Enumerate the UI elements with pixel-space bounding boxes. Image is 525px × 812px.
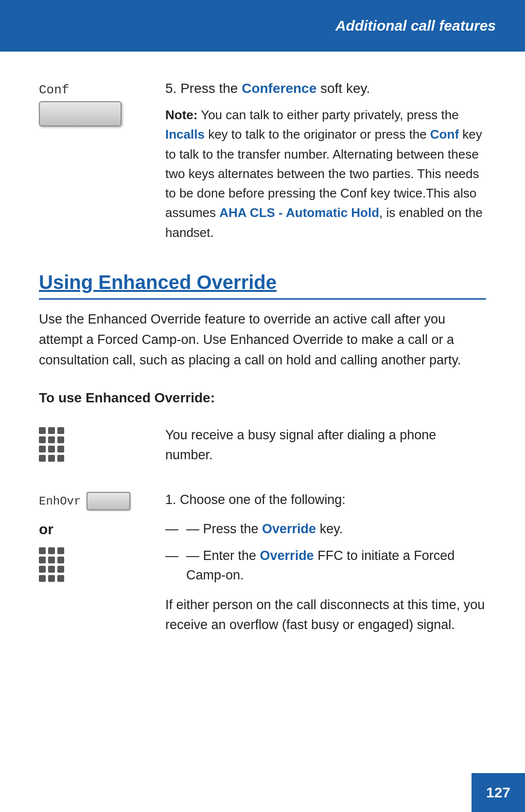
keypad-dot — [57, 547, 64, 554]
note-mid1: key to talk to the originator or press t… — [205, 127, 430, 142]
step5-note: Note: You can talk to either party priva… — [165, 105, 486, 242]
keypad-dot — [57, 436, 64, 443]
conf-label: Conf — [39, 83, 69, 97]
keypad-dot — [39, 427, 46, 434]
keypad-dot — [48, 557, 55, 563]
header-title: Additional call features — [335, 18, 496, 34]
choose-text: 1. Choose one of the following: — [165, 490, 486, 510]
keypad-dot — [48, 446, 55, 452]
keypad-dot — [39, 455, 46, 462]
step5-right-col: 5. Press the Conference soft key. Note: … — [165, 81, 486, 242]
bullet1-prefix: — Press the — [186, 522, 262, 536]
keypad-dot — [57, 455, 64, 462]
main-content: Conf 5. Press the Conference soft key. N… — [0, 52, 525, 699]
step5-text: 5. Press the Conference soft key. — [165, 81, 486, 96]
note-bold: Note: — [165, 108, 197, 122]
keypad-dot — [48, 547, 55, 554]
keypad-dot — [57, 575, 64, 582]
step5-section: Conf 5. Press the Conference soft key. N… — [39, 81, 486, 242]
incalls-link: Incalls — [165, 127, 205, 142]
page-number-block: 127 — [472, 773, 525, 812]
conf-soft-key-button[interactable] — [39, 101, 122, 126]
keypad-dot — [39, 557, 46, 563]
enhovr-button[interactable] — [87, 492, 130, 510]
dash-1: — — [165, 519, 178, 539]
keypad-dot — [48, 427, 55, 434]
busy-signal-label: You receive a busy signal after dialing … — [165, 428, 436, 463]
keypad-left — [39, 425, 165, 462]
enhovr-label: EnhOvr — [39, 495, 81, 508]
note-body: You can talk to either party privately, … — [197, 108, 458, 122]
overflow-text: If either person on the call disconnects… — [165, 595, 486, 636]
step5-left-col: Conf — [39, 81, 165, 126]
enhovr-row: EnhOvr — [39, 492, 130, 510]
header-bar: Additional call features — [0, 0, 525, 52]
keypad-dot — [39, 436, 46, 443]
override-link-2: Override — [260, 548, 314, 563]
busy-signal-text: You receive a busy signal after dialing … — [165, 425, 486, 466]
conf-link: Conf — [430, 127, 459, 142]
keypad-dot — [39, 446, 46, 452]
step5-prefix: 5. Press the — [165, 81, 242, 96]
keypad-dot — [39, 547, 46, 554]
section-heading: Using Enhanced Override — [39, 271, 486, 300]
bullet1-suffix: key. — [316, 522, 343, 536]
conference-link: Conference — [242, 81, 316, 96]
keypad-dot — [57, 566, 64, 573]
bullet-1: — — Press the Override key. — [165, 519, 486, 539]
keypad-dot — [48, 436, 55, 443]
dash-2: — — [165, 546, 178, 566]
keypad-dot — [39, 566, 46, 573]
keypad-dot — [57, 427, 64, 434]
aha-link: AHA CLS - Automatic Hold — [219, 205, 379, 220]
keypad-dot — [57, 446, 64, 452]
busy-signal-step: You receive a busy signal after dialing … — [39, 425, 486, 466]
keypad-icon — [39, 427, 64, 462]
choose-right: 1. Choose one of the following: — — Pres… — [165, 490, 486, 635]
bullet2-prefix: — Enter the — [186, 548, 260, 563]
keypad-dot — [39, 575, 46, 582]
keypad-dot — [57, 557, 64, 563]
keypad-dot — [48, 575, 55, 582]
keypad-icon-2 — [39, 547, 64, 582]
subsection-label: To use Enhanced Override: — [39, 390, 486, 406]
or-label: or — [39, 521, 53, 538]
page-number: 127 — [486, 784, 510, 801]
keypad-dot — [48, 455, 55, 462]
section-intro: Use the Enhanced Override feature to ove… — [39, 309, 486, 371]
step5-suffix: soft key. — [316, 81, 370, 96]
override-link-1: Override — [262, 522, 316, 536]
bullet-2: — — Enter the Override FFC to initiate a… — [165, 546, 486, 585]
choose-step: EnhOvr or 1. Choose one of the followi — [39, 490, 486, 635]
keypad-dot — [48, 566, 55, 573]
enhovr-left: EnhOvr or — [39, 490, 165, 582]
